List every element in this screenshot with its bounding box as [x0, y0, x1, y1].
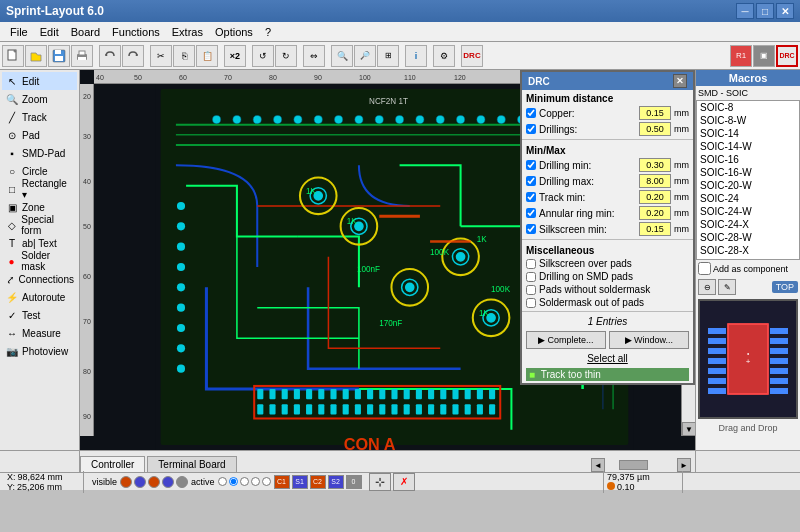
drc-complete-button[interactable]: ▶ Complete...: [526, 331, 606, 349]
cut-button[interactable]: ✂: [150, 45, 172, 67]
ratsnest-icon[interactable]: ⊹: [369, 473, 391, 491]
layer-c1-radio[interactable]: [218, 477, 227, 486]
macro-soic16w[interactable]: SOIC-16-W: [697, 166, 799, 179]
tool-smd-pad[interactable]: ▪ SMD-Pad: [2, 144, 77, 162]
close-button[interactable]: ✕: [776, 3, 794, 19]
macro-layer-btn[interactable]: TOP: [772, 281, 798, 293]
drc-trackmin-value[interactable]: 0.20: [639, 190, 671, 204]
tool-edit[interactable]: ↖ Edit: [2, 72, 77, 90]
macro-soic24[interactable]: SOIC-24: [697, 192, 799, 205]
layer-c2-btn[interactable]: C2: [310, 475, 326, 489]
minimize-button[interactable]: ─: [736, 3, 754, 19]
new-button[interactable]: [2, 45, 24, 67]
macro-soic16[interactable]: SOIC-16: [697, 153, 799, 166]
drc-copper-checkbox[interactable]: [526, 108, 536, 118]
drc-trackmin-checkbox[interactable]: [526, 192, 536, 202]
paste-button[interactable]: 📋: [196, 45, 218, 67]
rotate-cw-button[interactable]: ↻: [275, 45, 297, 67]
menu-board[interactable]: Board: [65, 24, 106, 40]
drc-window-button[interactable]: ▶ Window...: [609, 331, 689, 349]
mirror-button[interactable]: ⇔: [303, 45, 325, 67]
macro-soic8[interactable]: SOIC-8: [697, 101, 799, 114]
zoom-fit-button[interactable]: ⊞: [377, 45, 399, 67]
macro-soic14w[interactable]: SOIC-14-W: [697, 140, 799, 153]
tool-connections[interactable]: ⤤ Connections: [2, 270, 77, 288]
macro-soic28w[interactable]: SOIC-28-W: [697, 231, 799, 244]
drc-silkpads-checkbox[interactable]: [526, 259, 536, 269]
layer-s2-btn[interactable]: S2: [328, 475, 344, 489]
layer-c2-radio[interactable]: [240, 477, 249, 486]
maximize-button[interactable]: □: [756, 3, 774, 19]
h-scroll-track[interactable]: [605, 460, 677, 470]
macro-btn1[interactable]: ⊖: [698, 279, 716, 295]
drc-drillmin-checkbox[interactable]: [526, 160, 536, 170]
macro-soic20w[interactable]: SOIC-20-W: [697, 179, 799, 192]
layer-s2-radio[interactable]: [251, 477, 260, 486]
layer-c1-btn[interactable]: C1: [274, 475, 290, 489]
drc-drillings-checkbox[interactable]: [526, 124, 536, 134]
drc-copper-value[interactable]: 0.15: [639, 106, 671, 120]
drc-annular-checkbox[interactable]: [526, 208, 536, 218]
drc-annular-value[interactable]: 0.20: [639, 206, 671, 220]
v-scroll-down[interactable]: ▼: [682, 422, 695, 436]
menu-help[interactable]: ?: [259, 24, 277, 40]
macro-soic28x[interactable]: SOIC-28-X: [697, 244, 799, 257]
tool-photoview[interactable]: 📷 Photoview: [2, 342, 77, 360]
drc-drillmax-value[interactable]: 8.00: [639, 174, 671, 188]
tab-terminal-board[interactable]: Terminal Board: [147, 456, 236, 472]
macro-soic8w[interactable]: SOIC-8-W: [697, 114, 799, 127]
drc-silkmin-checkbox[interactable]: [526, 224, 536, 234]
r2-button[interactable]: ▣: [753, 45, 775, 67]
macro-soic24x[interactable]: SOIC-24-X: [697, 218, 799, 231]
drc-drillmax-checkbox[interactable]: [526, 176, 536, 186]
tool-track[interactable]: ╱ Track: [2, 108, 77, 126]
zoom-in-button[interactable]: 🔍: [331, 45, 353, 67]
menu-file[interactable]: File: [4, 24, 34, 40]
menu-extras[interactable]: Extras: [166, 24, 209, 40]
tool-rectangle[interactable]: □ Rectangle ▾: [2, 180, 77, 198]
info-button[interactable]: i: [405, 45, 427, 67]
menu-edit[interactable]: Edit: [34, 24, 65, 40]
drc-close-button[interactable]: ✕: [673, 74, 687, 88]
tool-special[interactable]: ◇ Special form: [2, 216, 77, 234]
layer-0-btn[interactable]: 0: [346, 475, 362, 489]
layer-s1-btn[interactable]: S1: [292, 475, 308, 489]
tool-zoom[interactable]: 🔍 Zoom: [2, 90, 77, 108]
rotate-ccw-button[interactable]: ↺: [252, 45, 274, 67]
drc-drillmin-value[interactable]: 0.30: [639, 158, 671, 172]
tool-autoroute[interactable]: ⚡ Autoroute: [2, 288, 77, 306]
pcb-canvas-area[interactable]: 40 50 60 70 80 90 100 110 120 20 30 40 5…: [80, 70, 695, 450]
tool-measure[interactable]: ↔ Measure: [2, 324, 77, 342]
macro-soic24w[interactable]: SOIC-24-W: [697, 205, 799, 218]
drc-right-button[interactable]: DRC: [776, 45, 798, 67]
zoom-out-button[interactable]: 🔎: [354, 45, 376, 67]
macros-list[interactable]: SOIC-8 SOIC-8-W SOIC-14 SOIC-14-W SOIC-1…: [696, 100, 800, 260]
x2-button[interactable]: ×2: [224, 45, 246, 67]
redo-button[interactable]: [122, 45, 144, 67]
open-button[interactable]: [25, 45, 47, 67]
undo-button[interactable]: [99, 45, 121, 67]
macro-soic14[interactable]: SOIC-14: [697, 127, 799, 140]
menu-functions[interactable]: Functions: [106, 24, 166, 40]
layer-s1-radio[interactable]: [229, 477, 238, 486]
drc-padssolder-checkbox[interactable]: [526, 285, 536, 295]
drc-drillsmd-checkbox[interactable]: [526, 272, 536, 282]
drc-select-all[interactable]: Select all: [522, 351, 693, 366]
drc-silkmin-value[interactable]: 0.15: [639, 222, 671, 236]
tool-pad[interactable]: ⊙ Pad: [2, 126, 77, 144]
copy-button[interactable]: ⎘: [173, 45, 195, 67]
save-button[interactable]: [48, 45, 70, 67]
add-as-component-checkbox[interactable]: [698, 262, 711, 275]
menu-options[interactable]: Options: [209, 24, 259, 40]
drc-result-item[interactable]: ■ Track too thin: [526, 368, 689, 381]
macro-btn2[interactable]: ✎: [718, 279, 736, 295]
tool-solder[interactable]: ● Solder mask: [2, 252, 77, 270]
drc-soldermask-checkbox[interactable]: [526, 298, 536, 308]
r1-button[interactable]: R1: [730, 45, 752, 67]
settings-button[interactable]: ⚙: [433, 45, 455, 67]
layer-0-radio[interactable]: [262, 477, 271, 486]
h-scroll-thumb[interactable]: [619, 460, 648, 470]
tab-controller[interactable]: Controller: [80, 456, 145, 472]
error-icon[interactable]: ✗: [393, 473, 415, 491]
tool-test[interactable]: ✓ Test: [2, 306, 77, 324]
